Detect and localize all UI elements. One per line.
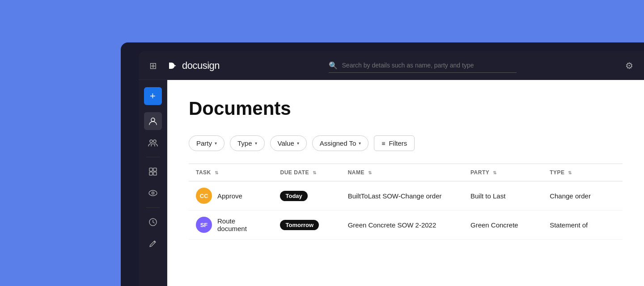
sort-icon-name: ⇅	[368, 170, 372, 175]
svg-point-9	[152, 192, 154, 194]
sort-icon: ⇅	[215, 170, 219, 175]
col-header-party[interactable]: PARTY ⇅	[463, 164, 542, 181]
content: Documents Party ▾ Type ▾ Value ▾ Assigne…	[167, 80, 644, 286]
sidebar-divider	[146, 157, 160, 157]
col-header-task[interactable]: TASK ⇅	[189, 164, 273, 181]
task-label: Approve	[217, 192, 242, 200]
search-icon: 🔍	[329, 61, 338, 70]
svg-rect-6	[153, 168, 157, 171]
due-date-cell: Today	[273, 181, 340, 210]
svg-point-1	[151, 118, 155, 122]
svg-point-2	[150, 140, 153, 143]
sidebar-divider-2	[146, 207, 160, 208]
add-button[interactable]: +	[144, 87, 162, 105]
svg-rect-5	[149, 172, 153, 175]
due-date-badge: Tomorrow	[280, 220, 319, 230]
filter-lines-icon: ≡	[381, 140, 385, 147]
sidebar-item-teams[interactable]	[144, 134, 162, 151]
svg-rect-4	[149, 168, 153, 171]
task-label: Route document	[217, 217, 266, 232]
party-cell: Green Concrete	[463, 210, 542, 240]
filter-party[interactable]: Party ▾	[189, 135, 225, 151]
filter-value[interactable]: Value ▾	[270, 135, 307, 151]
logo-icon	[166, 59, 178, 72]
search-bar[interactable]: 🔍	[329, 59, 517, 73]
task-cell: CC Approve	[189, 181, 273, 210]
col-header-name[interactable]: NAME ⇅	[341, 164, 463, 181]
sidebar-item-templates[interactable]	[144, 163, 162, 181]
sidebar: +	[139, 80, 167, 286]
type-cell: Change order	[542, 181, 623, 210]
filter-type[interactable]: Type ▾	[230, 135, 265, 151]
party-cell: Built to Last	[463, 181, 542, 210]
sidebar-item-watch[interactable]	[144, 184, 162, 202]
filters-advanced-button[interactable]: ≡ Filters	[374, 135, 415, 151]
avatar: SF	[196, 217, 212, 233]
type-cell: Statement of	[542, 210, 623, 240]
col-header-type[interactable]: TYPE ⇅	[542, 164, 623, 181]
task-cell: SF Route document	[189, 210, 273, 240]
sort-icon-party: ⇅	[493, 170, 497, 175]
due-date-cell: Tomorrow	[273, 210, 340, 240]
table-row[interactable]: CC Approve Today BuiltToLast SOW-Change …	[189, 181, 623, 210]
chevron-down-icon: ▾	[255, 141, 257, 146]
chevron-down-icon: ▾	[297, 141, 299, 146]
filter-assigned-to[interactable]: Assigned To ▾	[312, 135, 369, 151]
sidebar-item-contacts[interactable]	[144, 112, 162, 130]
documents-table: TASK ⇅ DUE DATE ⇅ NAME ⇅ PARTY	[189, 164, 623, 240]
name-cell: BuiltToLast SOW-Change order	[341, 181, 463, 210]
chevron-down-icon: ▾	[359, 141, 361, 146]
avatar: CC	[196, 188, 212, 204]
page-title: Documents	[189, 98, 623, 119]
sidebar-item-history[interactable]	[144, 213, 162, 231]
logo: docusign	[166, 59, 220, 72]
sort-icon-due: ⇅	[313, 170, 317, 175]
due-date-badge: Today	[280, 191, 307, 201]
table-row[interactable]: SF Route document Tomorrow Green Concret…	[189, 210, 623, 240]
sidebar-item-edit[interactable]	[144, 235, 162, 252]
svg-rect-7	[153, 172, 157, 175]
grid-icon[interactable]: ⊞	[149, 60, 157, 71]
chevron-down-icon: ▾	[215, 141, 217, 146]
search-input[interactable]	[342, 62, 517, 69]
svg-point-8	[149, 190, 157, 196]
topbar: ⊞ docusign 🔍 ⚙	[139, 51, 644, 80]
logo-text: docusign	[182, 60, 220, 72]
col-header-due-date[interactable]: DUE DATE ⇅	[273, 164, 340, 181]
settings-icon[interactable]: ⚙	[625, 60, 633, 71]
sort-icon-type: ⇅	[568, 170, 572, 175]
svg-point-3	[153, 140, 156, 143]
filters-row: Party ▾ Type ▾ Value ▾ Assigned To ▾ ≡	[189, 135, 623, 151]
name-cell: Green Concrete SOW 2-2022	[341, 210, 463, 240]
table-header-row: TASK ⇅ DUE DATE ⇅ NAME ⇅ PARTY	[189, 164, 623, 181]
